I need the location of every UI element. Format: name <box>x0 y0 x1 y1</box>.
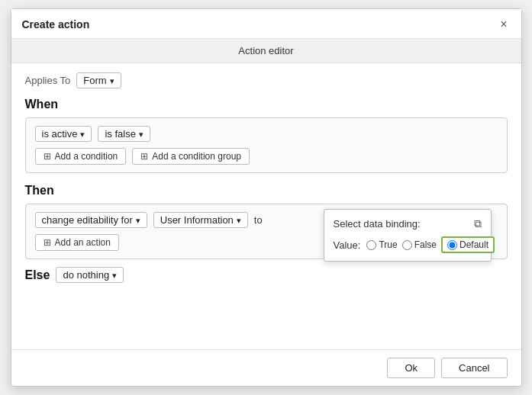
create-action-dialog: Create action × Action editor Applies To… <box>11 8 522 387</box>
condition1-dropdown[interactable]: is active <box>35 126 92 142</box>
radio-false-input[interactable] <box>402 240 412 250</box>
action-editor-label: Action editor <box>238 45 293 56</box>
dialog-title: Create action <box>22 18 90 31</box>
add-condition-group-label: Add a condition group <box>152 151 241 162</box>
then-action-dropdown[interactable]: change editability for <box>35 212 147 228</box>
condition2-value: is false <box>105 128 135 140</box>
applies-to-chevron-icon <box>110 75 114 86</box>
condition2-chevron-icon <box>139 128 143 140</box>
then-row: change editability for User Information … <box>35 212 498 228</box>
popup-title: Select data binding: <box>334 218 421 230</box>
condition1-value: is active <box>42 128 78 140</box>
ok-button[interactable]: Ok <box>387 358 435 378</box>
else-label: Else <box>25 268 50 282</box>
action-editor-bar: Action editor <box>11 39 521 63</box>
applies-to-row: Applies To Form <box>25 72 508 88</box>
add-condition-label: Add a condition <box>55 151 118 162</box>
add-condition-icon: ⊞ <box>44 151 51 162</box>
add-condition-buttons-row: ⊞ Add a condition ⊞ Add a condition grou… <box>35 148 498 165</box>
close-button[interactable]: × <box>497 17 510 32</box>
then-target-value: User Information <box>160 214 234 226</box>
data-binding-popup: Select data binding: ⧉ Value: True <box>324 209 492 262</box>
then-target-dropdown[interactable]: User Information <box>153 212 248 228</box>
then-box: change editability for User Information … <box>25 204 508 259</box>
applies-to-dropdown[interactable]: Form <box>76 72 121 88</box>
radio-false-label: False <box>414 239 437 250</box>
applies-to-value: Form <box>83 75 106 86</box>
radio-default-label: Default <box>459 239 488 250</box>
condition2-dropdown[interactable]: is false <box>98 126 150 142</box>
add-condition-button[interactable]: ⊞ Add a condition <box>35 148 127 165</box>
dialog-footer: Ok Cancel <box>11 349 521 386</box>
then-action-value: change editability for <box>42 214 133 226</box>
popup-value-label: Value: <box>334 239 361 251</box>
else-value: do nothing <box>63 269 109 281</box>
popup-value-row: Value: True False Default <box>334 236 482 253</box>
radio-true-option[interactable]: True <box>366 239 397 250</box>
else-row: Else do nothing <box>25 267 508 283</box>
radio-default-option[interactable]: Default <box>441 236 495 253</box>
then-section: Then change editability for User Informa… <box>25 184 508 259</box>
radio-true-input[interactable] <box>366 240 376 250</box>
radio-true-label: True <box>379 239 397 250</box>
popup-header: Select data binding: ⧉ <box>334 217 482 230</box>
dialog-titlebar: Create action × <box>11 9 521 39</box>
radio-false-option[interactable]: False <box>402 239 437 250</box>
then-target-chevron-icon <box>237 214 241 226</box>
dialog-body: Applies To Form When is active is false <box>11 63 521 349</box>
radio-default-input[interactable] <box>447 240 457 250</box>
to-label: to <box>254 214 263 226</box>
add-condition-group-button[interactable]: ⊞ Add a condition group <box>132 148 250 165</box>
popup-copy-icon-button[interactable]: ⧉ <box>474 217 482 230</box>
then-label: Then <box>25 184 508 198</box>
add-action-button[interactable]: ⊞ Add an action <box>35 234 119 251</box>
add-condition-group-icon: ⊞ <box>140 151 148 162</box>
condition1-chevron-icon <box>80 128 85 140</box>
condition-row: is active is false <box>35 126 498 142</box>
when-label: When <box>25 98 508 111</box>
add-action-label: Add an action <box>55 237 111 248</box>
else-value-dropdown[interactable]: do nothing <box>56 267 124 283</box>
applies-to-label: Applies To <box>25 75 71 86</box>
add-action-icon: ⊞ <box>44 237 51 248</box>
then-action-chevron-icon <box>136 214 140 226</box>
when-condition-box: is active is false ⊞ Add a condition ⊞ A… <box>25 117 508 173</box>
copy-icon: ⧉ <box>474 217 482 230</box>
cancel-button[interactable]: Cancel <box>441 358 507 378</box>
else-chevron-icon <box>112 269 117 281</box>
